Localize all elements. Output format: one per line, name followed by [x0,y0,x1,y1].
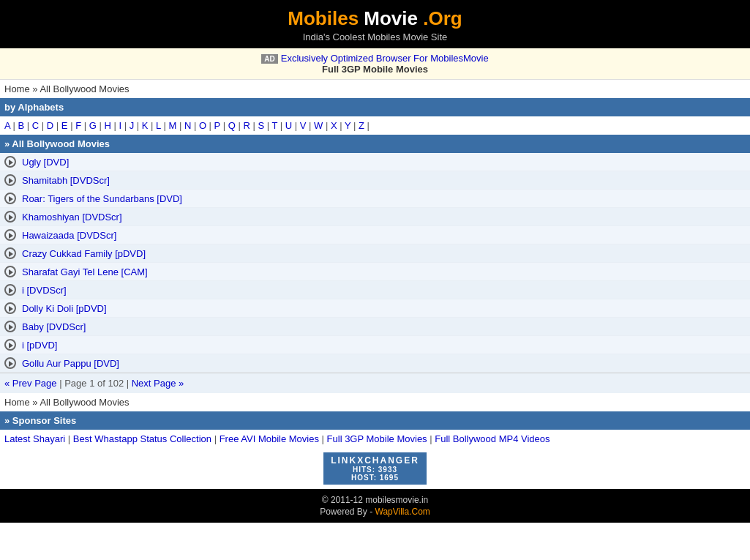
movie-link[interactable]: Crazy Cukkad Family [pDVD] [22,248,146,259]
ad-bar: ADExclusively Optimized Browser For Mobi… [0,48,750,80]
movie-list: Ugly [DVD] Shamitabh [DVDScr] Roar: Tige… [0,153,750,373]
play-icon [4,193,16,204]
alpha-U[interactable]: U [285,120,292,131]
alpha-G[interactable]: G [89,120,97,131]
alpha-E[interactable]: E [61,120,68,131]
alpha-H[interactable]: H [104,120,110,131]
ad-link[interactable]: Exclusively Optimized Browser For Mobile… [281,53,489,64]
alpha-C[interactable]: C [32,120,39,131]
alpha-L[interactable]: L [156,120,161,131]
copyright: © 2011-12 mobilesmovie.in [0,495,750,505]
movie-list-item: Ugly [DVD] [0,153,750,171]
movie-list-item: Baby [DVDScr] [0,318,750,336]
site-tagline: India's Coolest Mobiles Movie Site [0,31,750,42]
breadcrumb-top: Home » All Bollywood Movies [0,80,750,98]
movie-list-item: Dolly Ki Doli [pDVD] [0,299,750,318]
prev-page-link[interactable]: « Prev Page [4,378,57,389]
play-icon [4,302,16,314]
play-icon [4,266,16,277]
lx-hits: HITS: 3933 [331,466,419,474]
alpha-P[interactable]: P [214,120,220,131]
play-icon [4,156,16,168]
ad-sub-text: Full 3GP Mobile Movies [322,64,428,75]
logo-dotorg: .Org [423,7,462,29]
breadcrumb-bottom: Home » All Bollywood Movies [0,393,750,411]
alpha-F[interactable]: F [75,120,81,131]
movie-link[interactable]: Gollu Aur Pappu [DVD] [22,358,119,369]
movie-list-item: Crazy Cukkad Family [pDVD] [0,244,750,263]
play-icon [4,229,16,241]
alpha-B[interactable]: B [18,120,25,131]
play-icon [4,211,16,223]
lx-host: HOST: 1695 [331,474,419,482]
play-icon [4,321,16,332]
alpha-N[interactable]: N [184,120,191,131]
page-info: Page 1 of 102 [64,378,124,389]
alpha-W[interactable]: W [314,120,323,131]
breadcrumb-home[interactable]: Home [4,83,30,94]
play-icon [4,284,16,296]
sponsor-section-header: » Sponsor Sites [0,411,750,430]
movie-list-item: Gollu Aur Pappu [DVD] [0,354,750,373]
lx-box: LINKXCHANGER HITS: 3933 HOST: 1695 [323,452,427,485]
alphabet-bar: A | B | C | D | E | F | G | H | I | J | … [0,116,750,135]
play-icon [4,357,16,369]
pagination: « Prev Page | Page 1 of 102 | Next Page … [0,373,750,393]
alpha-R[interactable]: R [243,120,250,131]
movie-link[interactable]: Shamitabh [DVDScr] [22,175,110,186]
sponsor-link-avi[interactable]: Free AVI Mobile Movies [220,433,319,444]
movies-section-header: » All Bollywood Movies [0,135,750,153]
movie-link[interactable]: Roar: Tigers of the Sundarbans [DVD] [22,193,182,204]
movie-list-item: Roar: Tigers of the Sundarbans [DVD] [0,190,750,208]
play-icon [4,174,16,186]
breadcrumb-current: All Bollywood Movies [40,83,129,94]
movie-link[interactable]: i [pDVD] [22,340,57,351]
sponsor-link-3gp[interactable]: Full 3GP Mobile Movies [327,433,427,444]
play-icon [4,247,16,259]
next-page-link[interactable]: Next Page » [132,378,184,389]
site-logo: Mobiles Movie .Org [0,7,750,30]
alpha-X[interactable]: X [331,120,337,131]
alpha-O[interactable]: O [199,120,206,131]
ad-label: AD [261,54,277,64]
sponsor-link-mp4[interactable]: Full Bollywood MP4 Videos [435,433,550,444]
play-icon [4,339,16,351]
footer-breadcrumb-sep: » [30,397,40,408]
powered-link[interactable]: WapVilla.Com [375,507,430,517]
movie-link[interactable]: Ugly [DVD] [22,157,69,168]
alpha-A[interactable]: A [4,120,10,131]
lx-title: LINKXCHANGER [331,455,419,466]
linkxchanger-widget: LINKXCHANGER HITS: 3933 HOST: 1695 [0,448,750,489]
alpha-D[interactable]: D [47,120,53,131]
alpha-Z[interactable]: Z [359,120,364,131]
footer-breadcrumb-current: All Bollywood Movies [40,397,129,408]
movie-link[interactable]: Khamoshiyan [DVDScr] [22,212,122,223]
movie-list-item: i [pDVD] [0,336,750,354]
movie-link[interactable]: i [DVDScr] [22,285,67,296]
movie-link[interactable]: Baby [DVDScr] [22,321,86,332]
movie-link[interactable]: Sharafat Gayi Tel Lene [CAM] [22,266,148,277]
alpha-Q[interactable]: Q [228,120,236,131]
sponsor-link-shayari[interactable]: Latest Shayari [4,433,65,444]
logo-mobiles: Mobiles [288,7,359,29]
movie-list-item: Sharafat Gayi Tel Lene [CAM] [0,263,750,281]
pagination-sep2: | [124,378,132,389]
alpha-S[interactable]: S [258,120,264,131]
pagination-sep1: | [57,378,65,389]
movie-link[interactable]: Hawaizaada [DVDScr] [22,230,116,241]
logo-movie: Movie [364,7,418,29]
alpha-M[interactable]: M [168,120,176,131]
movie-link[interactable]: Dolly Ki Doli [pDVD] [22,303,107,314]
sponsor-link-whatsapp[interactable]: Best Whastapp Status Collection [73,433,211,444]
site-footer: © 2011-12 mobilesmovie.in Powered By - W… [0,489,750,523]
breadcrumb-separator: » [30,83,40,94]
site-header: Mobiles Movie .Org India's Coolest Mobil… [0,0,750,48]
movie-list-item: Hawaizaada [DVDScr] [0,226,750,244]
alpha-T[interactable]: T [271,120,277,131]
footer-breadcrumb-home[interactable]: Home [4,397,30,408]
sponsor-links: Latest Shayari | Best Whastapp Status Co… [0,430,750,448]
movie-list-item: Shamitabh [DVDScr] [0,171,750,190]
alphabets-section-header: by Alphabets [0,98,750,116]
powered-by: Powered By - WapVilla.Com [0,507,750,517]
movie-list-item: i [DVDScr] [0,281,750,299]
